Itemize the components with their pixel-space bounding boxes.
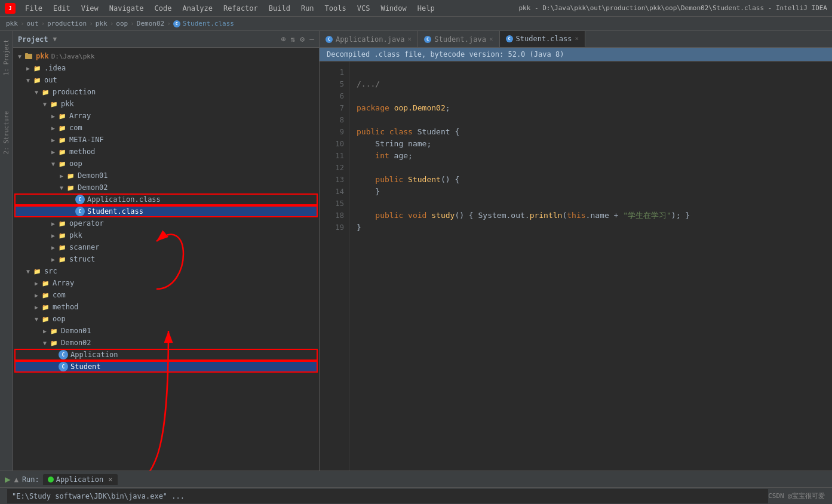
- line-num-18: 18: [320, 210, 344, 222]
- tree-arrow-com-prod: ▶: [49, 125, 57, 131]
- tree-item-metainf[interactable]: ▶ 📁 META-INF: [13, 134, 319, 146]
- tree-arrow-struct: ▶: [49, 256, 57, 263]
- menu-vcs[interactable]: VCS: [352, 3, 375, 14]
- breadcrumb-file[interactable]: Student.class: [183, 20, 234, 27]
- tree-arrow-method-prod: ▶: [49, 149, 57, 155]
- tree-item-production[interactable]: ▼ 📁 production: [13, 86, 319, 98]
- tree-item-oop-src[interactable]: ▼ 📁 oop: [13, 313, 319, 325]
- tree-item-method-prod[interactable]: ▶ 📁 method: [13, 146, 319, 158]
- menu-navigate[interactable]: Navigate: [105, 3, 149, 14]
- menu-code[interactable]: Code: [150, 3, 177, 14]
- tree-item-demon02-prod[interactable]: ▼ 📁 Demon02: [13, 182, 319, 193]
- menu-refactor[interactable]: Refactor: [219, 3, 263, 14]
- tree-label-array-src: Array: [53, 279, 74, 287]
- tree-arrow-demon01-prod: ▶: [57, 173, 66, 179]
- tab-application-java[interactable]: C Application.java ×: [320, 31, 418, 47]
- tab-close-student-java[interactable]: ×: [489, 35, 493, 43]
- run-tab-application[interactable]: Application ×: [43, 474, 118, 485]
- settings-icon[interactable]: ⚙: [300, 35, 305, 44]
- tree-label-oop-src: oop: [53, 315, 66, 323]
- menu-analyze[interactable]: Analyze: [177, 3, 217, 14]
- decompiled-notice: Decompiled .class file, bytecode version…: [320, 48, 832, 62]
- tree-label-com-src: com: [53, 291, 66, 299]
- tree-item-oop-prod[interactable]: ▼ 📁 oop: [13, 158, 319, 170]
- breadcrumb-production[interactable]: production: [47, 20, 87, 27]
- tree-arrow-array-src: ▶: [32, 280, 41, 287]
- line-num-15: 15: [320, 198, 344, 210]
- tab-student-java[interactable]: C Student.java ×: [418, 31, 499, 47]
- editor-area: C Application.java × C Student.java × C …: [320, 31, 832, 471]
- menu-view[interactable]: View: [76, 3, 103, 14]
- folder-icon-array-prod: 📁: [57, 111, 67, 121]
- tree-arrow-com-src: ▶: [32, 292, 41, 299]
- main-area: 1: Project 2: Structure Project ▼ ⊕ ⇅ ⚙ …: [0, 31, 832, 471]
- menu-window[interactable]: Window: [376, 3, 411, 14]
- line-num-13: 13: [320, 174, 344, 186]
- locate-icon[interactable]: ⊕: [281, 35, 286, 44]
- tree-item-demon02-src[interactable]: ▼ 📁 Demon02: [13, 337, 319, 349]
- tree-item-src[interactable]: ▼ 📁 src: [13, 265, 319, 277]
- tree-label-application-class: Application.class: [87, 195, 161, 204]
- tree-item-pkk-prod[interactable]: ▼ 📁 pkk: [13, 98, 319, 110]
- menu-tools[interactable]: Tools: [320, 3, 351, 14]
- tab-close-app[interactable]: ×: [408, 35, 412, 43]
- class-icon-app-src: C: [59, 350, 68, 359]
- tree-item-out[interactable]: ▼ 📁 out: [13, 74, 319, 86]
- menu-run[interactable]: Run: [296, 3, 319, 14]
- scroll-icon[interactable]: ⇅: [291, 35, 296, 44]
- tree-item-com-src[interactable]: ▶ 📁 com: [13, 289, 319, 301]
- tree-arrow-metainf: ▶: [49, 137, 57, 143]
- tree-item-scanner[interactable]: ▶ 📁 scanner: [13, 241, 319, 253]
- app-logo: J: [5, 3, 16, 14]
- tree-arrow-demon02-prod: ▼: [57, 185, 66, 191]
- tree-item-root[interactable]: ▼ pkk D:\Java\pkk: [13, 50, 319, 62]
- tree-item-student-class[interactable]: C Student.class: [14, 205, 318, 217]
- tree-label-array-prod: Array: [69, 112, 91, 120]
- breadcrumb-demon02[interactable]: Demon02: [137, 20, 164, 27]
- status-right-text: CSDN @宝宝很可爱: [768, 491, 825, 500]
- breadcrumb-out[interactable]: out: [27, 20, 39, 27]
- folder-icon-out: 📁: [32, 75, 42, 85]
- menu-build[interactable]: Build: [264, 3, 295, 14]
- tree-label-demon02-prod: Demon02: [78, 183, 108, 192]
- breadcrumb-pkk2[interactable]: pkk: [96, 20, 108, 27]
- breadcrumb-pkk[interactable]: pkk: [6, 20, 18, 27]
- tree-item-demon01-src[interactable]: ▶ 📁 Demon01: [13, 325, 319, 337]
- tree-item-struct[interactable]: ▶ 📁 struct: [13, 253, 319, 265]
- menu-file[interactable]: File: [20, 3, 47, 14]
- close-panel-icon[interactable]: —: [309, 35, 314, 44]
- tree-item-application-src[interactable]: C Application: [14, 349, 318, 361]
- tree-item-array-prod[interactable]: ▶ 📁 Array: [13, 110, 319, 122]
- run-up-icon[interactable]: ▲: [14, 475, 19, 484]
- breadcrumb: pkk › out › production › pkk › oop › Dem…: [0, 17, 832, 31]
- folder-icon-oop-src: 📁: [41, 314, 50, 324]
- side-strip: 1: Project 2: Structure: [0, 31, 13, 471]
- tree-item-idea[interactable]: ▶ 📁 .idea: [13, 62, 319, 74]
- run-bar: ▶ ▲ Run: Application ×: [0, 471, 832, 487]
- tab-close-student-class[interactable]: ×: [575, 35, 579, 42]
- menu-edit[interactable]: Edit: [48, 3, 75, 14]
- tree-item-com-prod[interactable]: ▶ 📁 com: [13, 122, 319, 134]
- side-structure-label[interactable]: 2: Structure: [2, 109, 11, 156]
- tree-arrow-pkk-sub: ▶: [49, 232, 57, 239]
- code-content[interactable]: /.../ package oop.Demon02; public class …: [349, 62, 832, 471]
- side-project-label[interactable]: 1: Project: [2, 37, 11, 78]
- tree-item-pkk-sub[interactable]: ▶ 📁 pkk: [13, 229, 319, 241]
- tab-student-class[interactable]: C Student.class ×: [500, 31, 586, 47]
- tree-arrow-method-src: ▶: [32, 304, 41, 311]
- run-play-icon[interactable]: ▶: [5, 474, 11, 485]
- tree-arrow-scanner: ▶: [49, 244, 57, 251]
- run-tab-close[interactable]: ×: [108, 475, 112, 484]
- tab-label-student-class: Student.class: [516, 35, 572, 43]
- tree-item-array-src[interactable]: ▶ 📁 Array: [13, 277, 319, 289]
- tree-item-student-src[interactable]: C Student: [14, 361, 318, 373]
- tree-label-root-path: D:\Java\pkk: [51, 53, 95, 60]
- tree-item-demon01-prod[interactable]: ▶ 📁 Demon01: [13, 170, 319, 182]
- tree-item-operator[interactable]: ▶ 📁 operator: [13, 217, 319, 229]
- folder-icon-metainf: 📁: [57, 135, 67, 145]
- menu-help[interactable]: Help: [413, 3, 440, 14]
- breadcrumb-oop[interactable]: oop: [116, 20, 128, 27]
- tree-item-application-class[interactable]: C Application.class: [14, 193, 318, 205]
- tree-item-method-src[interactable]: ▶ 📁 method: [13, 301, 319, 313]
- tree-label-metainf: META-INF: [69, 136, 104, 144]
